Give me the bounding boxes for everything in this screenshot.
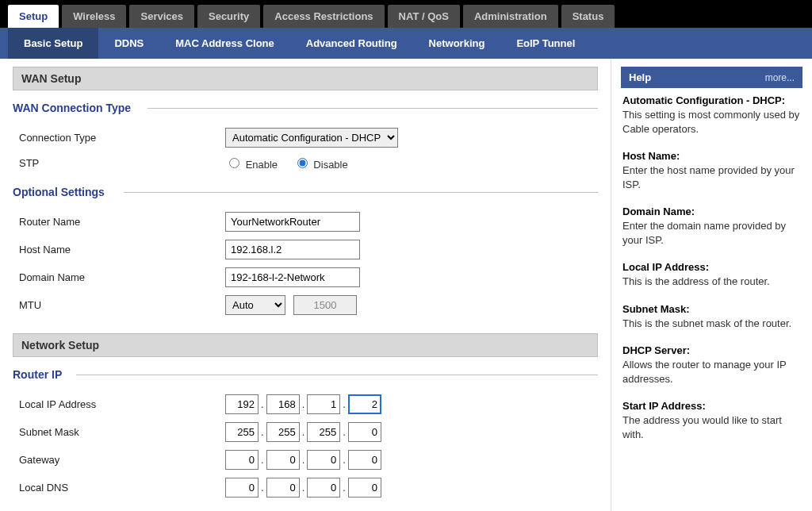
help-item-dhcp-server: DHCP Server: Allows the router to manage…: [622, 344, 801, 386]
subnet-oct1[interactable]: [225, 422, 259, 442]
label-domain-name: Domain Name: [19, 271, 225, 283]
subnet-oct4[interactable]: [348, 422, 381, 442]
group-router-ip: Router IP: [13, 368, 598, 381]
gateway-oct4[interactable]: [348, 450, 381, 470]
help-item-body: This is the address of the router.: [622, 275, 801, 289]
help-item-body: This setting is most commonly used by Ca…: [622, 108, 801, 136]
local-ip-oct1[interactable]: [225, 394, 259, 414]
label-local-ip: Local IP Address: [19, 398, 225, 410]
tab-administration[interactable]: Administration: [463, 5, 558, 28]
radio-stp-disable-text: Disable: [313, 159, 347, 171]
help-item-subnet: Subnet Mask: This is the subnet mask of …: [622, 303, 801, 331]
help-item-start-ip: Start IP Address: The address you would …: [622, 400, 801, 441]
subtab-mac-address[interactable]: MAC Address Clone: [159, 28, 289, 59]
help-item-body: The address you would like to start with…: [622, 413, 801, 441]
gateway-oct3[interactable]: [307, 450, 340, 470]
gateway-oct2[interactable]: [266, 450, 300, 470]
help-panel: Help more... Automatic Configuration - D…: [611, 59, 812, 511]
subtab-ddns[interactable]: DDNS: [98, 28, 159, 59]
help-item-title: Automatic Configuration - DHCP:: [622, 94, 785, 106]
subtab-advanced-routing[interactable]: Advanced Routing: [290, 28, 413, 59]
input-domain-name[interactable]: [225, 267, 360, 287]
select-connection-type[interactable]: Automatic Configuration - DHCP: [225, 128, 398, 148]
label-gateway: Gateway: [19, 454, 225, 466]
help-item-body: Enter the host name provided by your ISP…: [622, 163, 801, 191]
label-router-name: Router Name: [19, 216, 225, 228]
tab-services[interactable]: Services: [129, 5, 194, 28]
help-item-title: Local IP Address:: [622, 261, 709, 273]
tab-status[interactable]: Status: [561, 5, 615, 28]
help-item-title: Domain Name:: [622, 206, 695, 217]
subtab-networking[interactable]: Networking: [413, 28, 501, 59]
label-connection-type: Connection Type: [19, 132, 225, 144]
help-item-body: Allows the router to manage your IP addr…: [622, 358, 801, 386]
sub-tab-bar: Basic Setup DDNS MAC Address Clone Advan…: [0, 28, 812, 59]
gateway-oct1[interactable]: [225, 450, 259, 470]
label-stp: STP: [19, 157, 225, 169]
subnet-oct2[interactable]: [266, 422, 300, 442]
local-dns-oct3[interactable]: [307, 478, 340, 498]
help-item-auto-dhcp: Automatic Configuration - DHCP: This set…: [622, 94, 801, 136]
local-ip-oct3[interactable]: [307, 394, 340, 414]
help-item-body: Enter the domain name provided by your I…: [622, 219, 801, 247]
top-tab-bar: Setup Wireless Services Security Access …: [0, 0, 812, 28]
help-item-local-ip: Local IP Address: This is the address of…: [622, 261, 801, 289]
group-wan-connection-type: WAN Connection Type: [13, 102, 598, 114]
local-dns-oct4[interactable]: [348, 478, 381, 498]
local-dns-oct2[interactable]: [266, 478, 300, 498]
select-mtu-mode[interactable]: Auto: [225, 295, 285, 315]
subnet-oct3[interactable]: [307, 422, 340, 442]
local-ip-oct4[interactable]: [348, 394, 381, 414]
help-item-title: Host Name:: [622, 150, 680, 162]
label-local-dns: Local DNS: [19, 482, 225, 494]
radio-stp-disable[interactable]: [297, 158, 308, 168]
help-item-title: Start IP Address:: [622, 400, 706, 412]
section-network-setup: Network Setup: [13, 333, 598, 357]
label-subnet-mask: Subnet Mask: [19, 426, 225, 438]
subtab-basic-setup[interactable]: Basic Setup: [8, 28, 98, 59]
help-item-host-name: Host Name: Enter the host name provided …: [622, 150, 801, 191]
tab-wireless[interactable]: Wireless: [62, 5, 126, 28]
label-mtu: MTU: [19, 299, 225, 311]
help-item-domain-name: Domain Name: Enter the domain name provi…: [622, 206, 801, 247]
help-item-title: DHCP Server:: [622, 344, 690, 356]
label-host-name: Host Name: [19, 244, 225, 256]
help-item-body: This is the subnet mask of the router.: [622, 317, 801, 331]
radio-stp-enable[interactable]: [229, 158, 239, 168]
tab-security[interactable]: Security: [197, 5, 260, 28]
help-item-title: Subnet Mask:: [622, 303, 690, 315]
local-dns-oct1[interactable]: [225, 478, 259, 498]
local-ip-oct2[interactable]: [266, 394, 300, 414]
tab-access[interactable]: Access Restrictions: [263, 5, 384, 28]
help-title: Help: [629, 71, 651, 83]
tab-nat-qos[interactable]: NAT / QoS: [388, 5, 460, 28]
input-host-name[interactable]: [225, 240, 360, 259]
section-wan-setup: WAN Setup: [13, 67, 598, 90]
main-panel: WAN Setup WAN Connection Type Connection…: [0, 59, 611, 511]
input-router-name[interactable]: [225, 212, 360, 232]
radio-stp-enable-label[interactable]: Enable: [225, 159, 281, 171]
group-optional-settings: Optional Settings: [13, 186, 598, 198]
input-mtu-value: [293, 295, 357, 315]
help-more-link[interactable]: more...: [765, 72, 795, 83]
radio-stp-disable-label[interactable]: Disable: [293, 159, 348, 171]
radio-stp-enable-text: Enable: [246, 159, 278, 171]
subtab-eoip-tunnel[interactable]: EoIP Tunnel: [500, 28, 591, 59]
tab-setup[interactable]: Setup: [8, 5, 59, 28]
